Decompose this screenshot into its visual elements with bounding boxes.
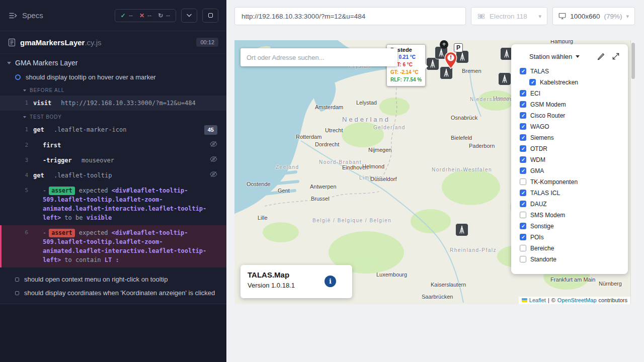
stop-button[interactable] [202, 9, 218, 23]
viewport-selector[interactable]: 1000x660 (79%) ▾ [552, 7, 635, 25]
url-bar[interactable]: http://192.168.10.33:3000/?m=12&u=484 [234, 7, 466, 25]
layer-label: GMA [530, 167, 544, 174]
checkbox-icon[interactable] [520, 256, 526, 262]
layer-checkbox-row[interactable]: GSM Modem [520, 100, 621, 109]
command-get[interactable]: 1 get .leaflet-marker-icon 45 [0, 122, 226, 138]
viewport-icon [558, 12, 566, 20]
eye-slash-icon[interactable] [210, 141, 217, 147]
browser-selector[interactable]: Electron 118 ▾ [471, 7, 547, 25]
command-trigger[interactable]: 3 -trigger mouseover [0, 153, 226, 168]
checkbox-icon[interactable] [520, 134, 526, 141]
checkbox-icon[interactable] [520, 112, 526, 119]
layer-checkbox-row[interactable]: Kabelstrecken [529, 78, 621, 87]
checkbox-icon[interactable] [520, 245, 526, 251]
checkbox-icon[interactable] [520, 190, 526, 196]
station-marker[interactable] [455, 223, 468, 236]
layer-checkbox-row[interactable]: SMS Modem [520, 211, 621, 220]
test-body-section[interactable]: TEST BODY [0, 111, 226, 122]
layer-checkbox-row[interactable]: Siemens [520, 133, 621, 142]
checkbox-icon[interactable] [520, 178, 526, 185]
leaflet-link[interactable]: Leaflet [529, 297, 546, 303]
layer-label: Kabelstrecken [540, 79, 578, 86]
checkbox-icon[interactable] [520, 101, 526, 108]
caret-down-icon[interactable] [23, 116, 26, 118]
layer-checkbox-row[interactable]: TALAS [520, 67, 621, 76]
before-all-section[interactable]: BEFORE ALL [0, 84, 226, 96]
command-first[interactable]: 2 first [0, 138, 226, 153]
caret-down-icon[interactable] [7, 62, 11, 64]
checkbox-icon[interactable] [520, 212, 526, 218]
checkbox-icon[interactable] [520, 145, 526, 152]
eye-slash-icon[interactable] [210, 171, 217, 177]
checkbox-icon[interactable] [520, 167, 526, 174]
layer-checkbox-row[interactable]: TK-Komponenten [520, 177, 621, 187]
command-name: get [33, 126, 44, 133]
layer-checkbox-row[interactable]: Standorte [520, 255, 621, 264]
layer-checkbox-row[interactable]: ECI [520, 89, 621, 98]
spec-file-icon [8, 38, 16, 47]
collapse-button[interactable] [181, 9, 197, 23]
map-place-label: België / Belgique / Belgien [312, 218, 391, 223]
layer-checkbox-row[interactable]: Cisco Router [520, 111, 621, 120]
assert-text: expected [79, 229, 112, 236]
layer-label: Siemens [530, 134, 554, 141]
layer-checkbox-row[interactable]: DAUZ [520, 200, 621, 209]
info-icon[interactable]: i [325, 276, 336, 287]
map-place-label: Amsterdam [315, 104, 343, 110]
checkbox-icon[interactable] [520, 234, 526, 240]
checkbox-icon[interactable] [520, 201, 526, 207]
url-text: http://192.168.10.33:3000/?m=12&u=484 [242, 13, 365, 20]
test-row-pending[interactable]: should open context menu on right-click … [0, 273, 226, 286]
caret-down-icon[interactable] [23, 89, 26, 92]
layer-checkbox-row[interactable]: WAGO [520, 122, 621, 131]
checkbox-icon[interactable] [520, 156, 526, 163]
scrollbar-thumb[interactable] [631, 43, 635, 79]
layer-checkbox-row[interactable]: GMA [520, 166, 621, 175]
command-visit[interactable]: 1 visit http://192.168.10.33:3000/?m=12&… [0, 96, 226, 111]
leaflet-map[interactable]: Hamburg Bremen Hannover Niedersachsen Fr… [234, 40, 635, 304]
chevron-down-icon[interactable] [576, 55, 580, 58]
map-place-label: Hamburg [550, 40, 573, 44]
map-place-label: Bielefeld [451, 135, 472, 141]
alert-marker[interactable]: ! [444, 51, 458, 69]
mast-icon [457, 225, 467, 235]
station-marker[interactable] [498, 72, 511, 85]
checkbox-icon[interactable] [520, 223, 526, 229]
mast-icon [502, 49, 512, 59]
station-panel-title[interactable]: Station wählen [529, 53, 572, 60]
passed-icon: ✓ [121, 12, 126, 19]
layer-checkbox-row[interactable]: Sonstige [520, 222, 621, 231]
layer-checkbox-row[interactable]: OTDR [520, 144, 621, 153]
parking-marker[interactable]: P [454, 43, 463, 52]
command-number: 4 [2, 171, 28, 180]
cypress-reporter: Specs ✓-- ✕-- ↻-- gmaMarkersLayer.cy.js … [0, 0, 226, 362]
specs-menu-icon[interactable] [8, 11, 17, 20]
checkbox-icon[interactable] [520, 123, 526, 130]
cluster-expand-control[interactable]: + [440, 40, 448, 49]
layer-checkbox-row[interactable]: Bereiche [520, 244, 621, 253]
checkbox-icon[interactable] [520, 68, 526, 74]
suite-row[interactable]: GMA Markers Layer [0, 54, 226, 70]
command-assert-failed[interactable]: 6 -assertexpected <div#leaflet-tooltip-5… [0, 225, 226, 267]
osm-link[interactable]: OpenStreetMap [557, 297, 597, 303]
checkbox-icon[interactable] [529, 79, 536, 85]
layer-checkbox-row[interactable]: WDM [520, 155, 621, 164]
layer-label: Sonstige [530, 223, 554, 230]
spec-file-row[interactable]: gmaMarkersLayer.cy.js 00:12 [0, 31, 226, 54]
checkbox-icon[interactable] [520, 90, 526, 97]
layer-checkbox-row[interactable]: POIs [520, 233, 621, 242]
specs-label[interactable]: Specs [22, 11, 43, 20]
command-get-tooltip[interactable]: 4 get .leaflet-tooltip [0, 168, 226, 183]
test-row-active[interactable]: should display tooltip on hover over a m… [0, 70, 226, 84]
viewport-zoom: (79%) [604, 13, 622, 20]
command-assert-passed[interactable]: 5 -assertexpected <div#leaflet-tooltip-5… [0, 183, 226, 225]
assert-text: expected [79, 187, 112, 194]
edit-pencil-icon[interactable] [597, 52, 605, 60]
command-number: 2 [2, 141, 28, 150]
search-input[interactable] [247, 54, 391, 61]
expand-icon[interactable] [612, 52, 620, 60]
test-row-pending[interactable]: should display coordinates when 'Koordin… [0, 286, 226, 300]
command-log: GMA Markers Layer should display tooltip… [0, 54, 226, 362]
eye-slash-icon[interactable] [210, 156, 217, 162]
layer-checkbox-row[interactable]: TALAS ICL [520, 189, 621, 198]
